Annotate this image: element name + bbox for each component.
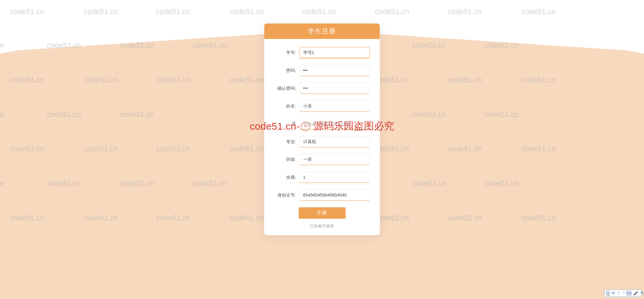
watermark-text: code51.cn [448,7,482,16]
input-confirm-password[interactable] [300,83,370,94]
label-phone: 手 [274,121,300,127]
label-id-number: 身份证号: [274,192,300,198]
input-name[interactable] [300,100,370,112]
field-name: 姓名: [274,100,370,112]
login-link[interactable]: 已有账号登录 [274,223,370,229]
ime-toolbar[interactable]: Q 中 ☾ " ⌨ 🎤 🔧 [604,290,641,297]
input-id-number[interactable] [300,189,370,201]
field-balance: 余额: [274,172,370,183]
card-title: 学生注册 [264,24,380,39]
input-student-id[interactable] [300,47,370,58]
watermark-text: 1.cn [0,41,4,50]
label-student-id: 学号: [274,50,300,56]
label-balance: 余额: [274,174,300,180]
field-student-id: 学号: [274,47,370,58]
label-major: 专业: [274,139,300,145]
watermark-text: code51.cn [375,7,409,16]
ime-lang[interactable]: 中 [611,291,615,296]
input-major[interactable] [300,136,370,147]
watermark-text: code51.cn [522,7,556,16]
field-password: 密码: [274,65,370,76]
ime-settings-icon[interactable]: 🔧 [640,291,644,296]
card-body: 学号: 密码: 确认密码: 姓名: 手 专业: 班级: 余额: [264,39,380,235]
field-confirm-password: 确认密码: [274,83,370,94]
watermark-text: code51.cn [230,7,264,16]
watermark-text: code51.cn [84,7,118,16]
ime-logo-icon: Q [606,291,609,296]
field-phone: 手 [274,118,370,130]
field-major: 专业: [274,136,370,147]
ime-mic-icon[interactable]: 🎤 [633,291,638,296]
ime-keyboard-icon[interactable]: ⌨ [627,291,631,296]
watermark-text: code51.cn [10,7,44,16]
ime-moon-icon[interactable]: ☾ [618,291,621,296]
input-balance[interactable] [300,172,370,183]
register-card: 学生注册 学号: 密码: 确认密码: 姓名: 手 专业: 班级: [264,24,380,235]
ime-comma-icon[interactable]: " [623,291,625,296]
field-id-number: 身份证号: [274,189,370,201]
input-password[interactable] [300,65,370,76]
input-class[interactable] [300,154,370,165]
label-confirm-password: 确认密码: [274,85,300,91]
label-class: 班级: [274,157,300,163]
watermark-text: code51.cn [156,7,190,16]
input-phone[interactable] [300,118,370,130]
register-button[interactable]: 注册 [299,207,345,219]
watermark-text: code51.cn [302,7,336,16]
label-name: 姓名: [274,103,300,109]
field-class: 班级: [274,154,370,165]
label-password: 密码: [274,68,300,74]
